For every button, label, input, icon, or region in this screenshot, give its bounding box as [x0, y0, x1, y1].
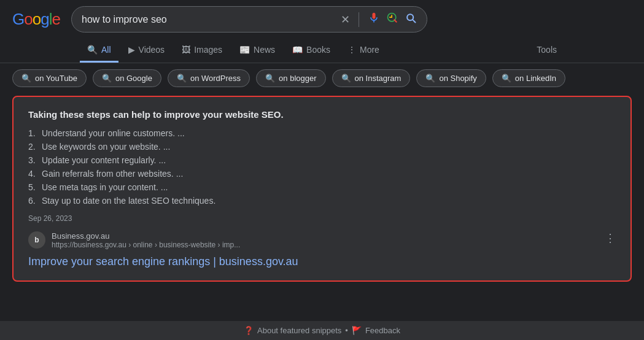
chip-wordpress[interactable]: 🔍 on WordPress [168, 69, 250, 87]
lens-icon[interactable] [386, 12, 398, 27]
list-item: 2.Use keywords on your website. ... [28, 142, 616, 152]
google-logo: Google [12, 10, 61, 29]
source-info: Business.gov.au https://business.gov.au … [52, 231, 599, 249]
videos-icon: ▶ [128, 45, 135, 55]
snippet-date: Sep 26, 2023 [28, 214, 616, 223]
tab-news[interactable]: 📰 News [232, 39, 282, 63]
search-chip-icon: 🔍 [502, 74, 511, 83]
tab-books[interactable]: 📖 Books [285, 39, 338, 63]
snippet-source: b Business.gov.au https://business.gov.a… [28, 231, 616, 249]
tab-all[interactable]: 🔍 All [80, 39, 118, 63]
list-item: 1.Understand your online customers. ... [28, 128, 616, 138]
search-input[interactable] [82, 14, 336, 25]
more-icon: ⋮ [347, 45, 356, 55]
list-item: 6.Stay up to date on the latest SEO tech… [28, 196, 616, 206]
about-snippets-icon: ❓ [244, 326, 254, 335]
bottom-bar: ❓ About featured snippets • 🚩 Feedback [0, 321, 644, 340]
search-chip-icon: 🔍 [177, 74, 187, 83]
search-chip-icon: 🔍 [425, 74, 435, 83]
feedback-icon: 🚩 [352, 326, 362, 335]
all-icon: 🔍 [87, 45, 98, 55]
tab-images[interactable]: 🖼 Images [174, 39, 230, 63]
chip-blogger[interactable]: 🔍 on blogger [256, 69, 325, 87]
news-icon: 📰 [239, 45, 250, 55]
clear-icon[interactable]: ✕ [341, 13, 350, 26]
search-divider [359, 12, 359, 27]
search-bar-icons: ✕ [341, 12, 417, 27]
about-snippets-label[interactable]: About featured snippets [257, 326, 341, 335]
chip-google[interactable]: 🔍 on Google [93, 69, 161, 87]
tab-tools[interactable]: Tools [529, 39, 564, 63]
source-url: https://business.gov.au › online › busin… [52, 241, 599, 249]
search-bar[interactable]: ✕ [71, 6, 427, 33]
search-chip-icon: 🔍 [341, 74, 351, 83]
source-name: Business.gov.au [52, 231, 599, 241]
search-chip-icon: 🔍 [102, 74, 112, 83]
source-logo: b [28, 231, 45, 249]
mic-icon[interactable] [368, 12, 380, 27]
images-icon: 🖼 [182, 45, 190, 55]
search-icon[interactable] [405, 12, 417, 27]
source-menu-icon[interactable]: ⋮ [605, 231, 616, 245]
chip-instagram[interactable]: 🔍 on Instagram [332, 69, 411, 87]
tab-videos[interactable]: ▶ Videos [121, 39, 173, 63]
snippet-header: Taking these steps can help to improve y… [28, 109, 616, 120]
nav-tabs: 🔍 All ▶ Videos 🖼 Images 📰 News 📖 Books ⋮… [0, 39, 644, 63]
books-icon: 📖 [292, 45, 303, 55]
suggestions-row: 🔍 on YouTube 🔍 on Google 🔍 on WordPress … [0, 63, 644, 93]
snippet-list: 1.Understand your online customers. ... … [28, 128, 616, 206]
list-item: 3.Update your content regularly. ... [28, 155, 616, 165]
chip-linkedin[interactable]: 🔍 on LinkedIn [492, 69, 565, 87]
chip-youtube[interactable]: 🔍 on YouTube [12, 69, 87, 87]
search-chip-icon: 🔍 [21, 74, 31, 83]
search-chip-icon: 🔍 [265, 74, 275, 83]
list-item: 4.Gain referrals from other websites. ..… [28, 169, 616, 179]
featured-snippet: Taking these steps can help to improve y… [12, 96, 632, 282]
chip-shopify[interactable]: 🔍 on Shopify [416, 69, 486, 87]
header: Google ✕ [0, 0, 644, 39]
dot-divider: • [345, 326, 348, 335]
snippet-link[interactable]: Improve your search engine rankings | bu… [28, 255, 616, 268]
tab-more[interactable]: ⋮ More [340, 39, 387, 63]
list-item: 5.Use meta tags in your content. ... [28, 182, 616, 192]
feedback-label[interactable]: Feedback [365, 326, 400, 335]
